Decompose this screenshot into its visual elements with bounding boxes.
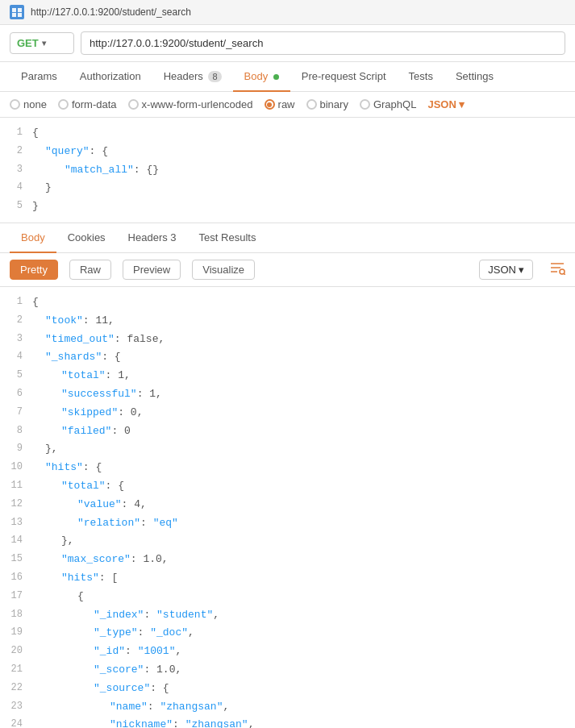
- format-none[interactable]: none: [10, 98, 47, 110]
- json-arrow: ▾: [459, 98, 465, 110]
- svg-line-8: [564, 274, 565, 276]
- tab-authorization[interactable]: Authorization: [69, 62, 152, 92]
- resp-btn-visualize[interactable]: Visualize: [192, 260, 255, 280]
- tab-settings[interactable]: Settings: [444, 62, 505, 92]
- svg-rect-3: [18, 13, 22, 17]
- response-code-area: 1{ 2"took": 11, 3"timed_out": false, 4"_…: [0, 287, 575, 728]
- radio-raw: [265, 99, 275, 110]
- response-format-row: Pretty Raw Preview Visualize JSON ▾: [0, 253, 575, 287]
- request-code-area: 1 { 2 "query": { 3 "match_all": {} 4 } 5…: [0, 118, 575, 223]
- req-line-5: 5 }: [0, 198, 575, 216]
- format-raw[interactable]: raw: [265, 98, 295, 110]
- req-line-2: 2 "query": {: [0, 143, 575, 161]
- resp-tab-headers[interactable]: Headers 3: [117, 223, 188, 253]
- resp-format-arrow: ▾: [519, 264, 524, 276]
- tab-prerequest[interactable]: Pre-request Script: [290, 62, 398, 92]
- resp-tab-body[interactable]: Body: [10, 223, 56, 253]
- req-line-4: 4 }: [0, 179, 575, 198]
- json-label: JSON: [427, 98, 456, 110]
- req-line-3: 3 "match_all": {}: [0, 161, 575, 180]
- resp-btn-raw[interactable]: Raw: [69, 260, 111, 280]
- svg-rect-0: [12, 8, 16, 12]
- format-formdata[interactable]: form-data: [58, 98, 117, 110]
- resp-format-select[interactable]: JSON ▾: [479, 260, 533, 280]
- tab-body[interactable]: Body: [233, 62, 290, 92]
- app-icon: [10, 5, 24, 19]
- format-none-label: none: [23, 98, 47, 110]
- format-row: none form-data x-www-form-urlencoded raw…: [0, 92, 575, 118]
- method-select[interactable]: GET ▾: [10, 32, 74, 54]
- top-tab-bar: Params Authorization Headers 8 Body Pre-…: [0, 62, 575, 92]
- format-formdata-label: form-data: [72, 98, 117, 110]
- format-urlencoded[interactable]: x-www-form-urlencoded: [128, 98, 253, 110]
- radio-none: [10, 99, 20, 110]
- tab-tests[interactable]: Tests: [398, 62, 444, 92]
- format-graphql[interactable]: GraphQL: [360, 98, 416, 110]
- method-label: GET: [17, 37, 39, 49]
- format-graphql-label: GraphQL: [373, 98, 416, 110]
- resp-tab-testresults[interactable]: Test Results: [188, 223, 268, 253]
- resp-format-label: JSON: [488, 264, 516, 276]
- svg-point-7: [560, 269, 565, 274]
- svg-rect-1: [18, 8, 22, 12]
- resp-tab-cookies[interactable]: Cookies: [56, 223, 117, 253]
- format-urlencoded-label: x-www-form-urlencoded: [142, 98, 253, 110]
- req-line-1: 1 {: [0, 124, 575, 143]
- format-raw-label: raw: [278, 98, 295, 110]
- tab-headers[interactable]: Headers 8: [152, 62, 233, 92]
- response-tab-bar: Body Cookies Headers 3 Test Results: [0, 223, 575, 253]
- radio-binary: [306, 99, 317, 110]
- filter-icon[interactable]: [549, 260, 565, 278]
- radio-formdata: [58, 99, 69, 110]
- url-bar: GET ▾: [0, 25, 575, 62]
- svg-rect-2: [12, 13, 16, 17]
- url-input[interactable]: [81, 31, 565, 55]
- json-select[interactable]: JSON ▾: [427, 98, 464, 110]
- method-arrow: ▾: [42, 39, 46, 48]
- title-bar: http://127.0.0.1:9200/student/_search: [0, 0, 575, 25]
- radio-graphql: [360, 99, 370, 110]
- tab-params[interactable]: Params: [10, 62, 69, 92]
- format-binary-label: binary: [320, 98, 348, 110]
- title-url: http://127.0.0.1:9200/student/_search: [31, 6, 191, 18]
- resp-btn-pretty[interactable]: Pretty: [10, 260, 58, 280]
- radio-urlencoded: [128, 99, 139, 110]
- resp-btn-preview[interactable]: Preview: [123, 260, 181, 280]
- format-binary[interactable]: binary: [306, 98, 348, 110]
